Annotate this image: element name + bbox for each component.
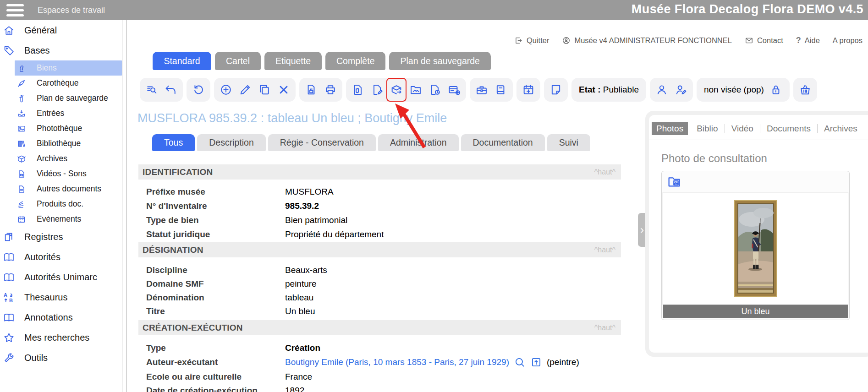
view-tab-etiquette[interactable]: Etiquette: [264, 52, 322, 70]
record-tab-documentation[interactable]: Documentation: [461, 134, 545, 151]
menu-icon[interactable]: [6, 4, 24, 16]
media-tab-video[interactable]: Vidéo: [727, 122, 758, 135]
quit-button[interactable]: Quitter: [514, 36, 549, 45]
sidebar-item-autres-documents[interactable]: Autres documents: [0, 181, 122, 196]
media-tab-documents[interactable]: Documents: [762, 122, 815, 135]
sidebar-item-bibliotheque[interactable]: Bibliothèque: [0, 136, 122, 151]
edit-record-icon[interactable]: [239, 83, 252, 96]
catalog-icon[interactable]: [494, 83, 507, 96]
sidebar-scrollbar[interactable]: [122, 20, 127, 392]
state-button[interactable]: Etat : Publiable: [571, 78, 646, 102]
top-anchor-link[interactable]: ^haut^: [594, 246, 615, 254]
user-icon[interactable]: [655, 83, 668, 96]
video-file-icon: [17, 169, 26, 179]
note-icon[interactable]: [549, 83, 562, 96]
sidebar-item-autorites-unimarc[interactable]: Autorités Unimarc: [0, 267, 122, 287]
media-tab-biblio[interactable]: Biblio: [692, 122, 722, 135]
sidebar-item-biens[interactable]: Biens: [15, 60, 122, 76]
attach-file-icon[interactable]: [352, 83, 364, 96]
record-tab-administration[interactable]: Administration: [378, 134, 459, 151]
delete-record-icon[interactable]: [277, 83, 290, 96]
visa-button[interactable]: non visée (pop): [697, 78, 790, 102]
sidebar-item-registres[interactable]: Registres: [0, 227, 122, 247]
sidebar-item-thesaurus[interactable]: ABThesaurus: [0, 287, 122, 307]
workspace-label[interactable]: Espaces de travail: [38, 5, 105, 15]
export-box-icon[interactable]: [390, 83, 403, 96]
basket-icon[interactable]: [799, 83, 812, 96]
add-card-icon[interactable]: [448, 83, 461, 96]
field-label: Préfixe musée: [138, 187, 285, 197]
edit-user-icon[interactable]: [675, 83, 687, 96]
photo-viewer[interactable]: [663, 192, 848, 305]
view-tab-plan-de-sauvegarde[interactable]: Plan de sauvegarde: [389, 52, 490, 70]
top-anchor-link[interactable]: ^haut^: [594, 324, 615, 332]
sidebar-item-general[interactable]: Général: [0, 20, 122, 40]
sidebar-item-bases[interactable]: Bases: [0, 40, 122, 60]
toolbox-icon[interactable]: [475, 83, 488, 96]
sidebar-item-archives[interactable]: Archives: [0, 151, 122, 166]
top-bar: Espaces de travail Musée Flora Decalog F…: [0, 0, 868, 20]
visa-label: non visée (pop): [704, 85, 764, 95]
sidebar-item-phototheque[interactable]: Photothèque: [0, 121, 122, 136]
record-tab-tous[interactable]: Tous: [152, 134, 195, 151]
view-tab-standard[interactable]: Standard: [153, 52, 211, 70]
field-label: Discipline: [138, 265, 285, 275]
search-author-icon[interactable]: [514, 356, 526, 368]
open-book-icon: [3, 251, 15, 263]
help-button[interactable]: ?Aide: [796, 36, 820, 45]
edit-file-icon[interactable]: [371, 83, 384, 96]
sidebar-item-label: Bibliothèque: [37, 139, 81, 148]
extinguisher-icon: [17, 94, 26, 103]
inbox-icon: [17, 109, 26, 118]
sidebar-item-label: Bases: [24, 45, 50, 56]
state-value: Publiable: [603, 85, 639, 94]
open-author-record-icon[interactable]: [530, 356, 542, 368]
field-label: Domaine SMF: [138, 279, 285, 289]
sidebar-item-label: Autorités: [24, 252, 60, 262]
add-record-icon[interactable]: [220, 83, 232, 96]
sidebar-item-outils[interactable]: Outils: [0, 348, 122, 368]
photo-folder-icon[interactable]: [667, 174, 681, 189]
return-icon[interactable]: [165, 83, 177, 96]
view-tab-complete[interactable]: Complète: [325, 52, 385, 70]
author-link[interactable]: Boutigny Emile (Paris, 10 mars 1853 - Pa…: [285, 357, 509, 367]
sidebar-item-carotheque[interactable]: Carothèque: [0, 76, 122, 91]
sidebar-item-label: Produits doc.: [37, 199, 83, 209]
toolbar-group-event: [516, 78, 540, 102]
field-row: Domaine SMFpeinture: [138, 277, 621, 291]
record-search-icon[interactable]: [145, 83, 158, 96]
print-icon[interactable]: [324, 83, 337, 96]
about-button[interactable]: A propos: [833, 36, 863, 45]
author-role: (peintre): [547, 357, 579, 367]
header-menu: Quitter Musée v4 ADMINISTRATEUR FONCTION…: [514, 36, 863, 45]
record-tab-regie-conservation[interactable]: Régie - Conservation: [268, 134, 376, 151]
media-tab-archives[interactable]: Archives: [819, 122, 862, 135]
field-row: TitreUn bleu: [138, 305, 621, 318]
open-book-icon: [3, 272, 15, 283]
history-icon[interactable]: [192, 83, 205, 96]
sidebar-item-entrees[interactable]: Entrées: [0, 106, 122, 121]
sidebar-item-produits-doc[interactable]: Produits doc.: [0, 196, 122, 212]
add-event-icon[interactable]: [522, 83, 535, 96]
artwork-thumbnail[interactable]: [734, 200, 777, 297]
sidebar-item-evenements[interactable]: Evènements: [0, 212, 122, 227]
duplicate-record-icon[interactable]: [258, 83, 271, 96]
save-file-icon[interactable]: [305, 83, 318, 96]
current-user[interactable]: Musée v4 ADMINISTRATEUR FONCTIONNEL: [562, 36, 732, 45]
sidebar-item-mes-recherches[interactable]: Mes recherches: [0, 327, 122, 348]
media-folder-icon[interactable]: [409, 83, 422, 96]
sidebar-item-videos-sons[interactable]: Vidéos - Sons: [0, 166, 122, 181]
section-title: IDENTIFICATION: [143, 167, 213, 177]
invoice-icon[interactable]: [429, 83, 441, 96]
record-tab-suivi[interactable]: Suivi: [547, 134, 590, 151]
field-value: Création: [285, 343, 320, 353]
sidebar-item-plan-de-sauvegarde[interactable]: Plan de sauvegarde: [0, 91, 122, 106]
sidebar-item-autorites[interactable]: Autorités: [0, 247, 122, 267]
sidebar-item-annotations[interactable]: Annotations: [0, 307, 122, 327]
view-tab-cartel[interactable]: Cartel: [215, 52, 261, 70]
contact-button[interactable]: Contact: [745, 36, 783, 45]
field-label: N° d'inventaire: [138, 201, 285, 211]
top-anchor-link[interactable]: ^haut^: [594, 168, 615, 176]
record-tab-description[interactable]: Description: [197, 134, 266, 151]
media-tab-photos[interactable]: Photos: [652, 122, 688, 135]
